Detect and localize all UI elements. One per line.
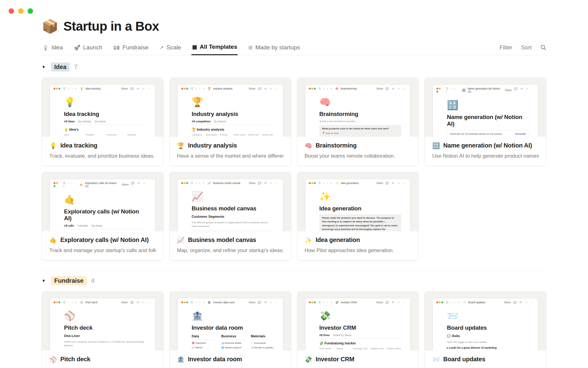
mini-page-content: 📨 Board updates 💬 AsksOpen the toggle to… (433, 305, 538, 349)
card-description: Boost your teams remote collaboration. (305, 153, 411, 159)
preview-page-emoji: 🏆 (192, 98, 274, 107)
mini-window-title: Idea generation (341, 182, 359, 185)
section-collapse-toggle chevron-down-icon[interactable]: ▼ (42, 278, 47, 283)
preview-page-emoji: 🤙 (64, 195, 146, 204)
section-count: 7 (74, 63, 77, 71)
mini-traffic-lights (436, 87, 443, 93)
search-icon (540, 44, 546, 51)
mini-share-label: Share (376, 301, 383, 304)
section-name-badge[interactable]: Fundraise (51, 276, 87, 285)
mini-toolbar-right: Share 💬 ⟳ ☆ ⋯ (121, 301, 152, 304)
card-footer: 💡 Idea tracking Track, evaluate, and pri… (42, 137, 163, 165)
column-item: 🌐 Market research (221, 346, 244, 349)
card-emoji-icon: ✨ (305, 237, 312, 243)
close-button[interactable] (9, 8, 14, 14)
tab-fundraise[interactable]: 💵Fundraise (113, 42, 149, 55)
filter-button[interactable]: Filter (499, 44, 512, 51)
column-title: Business (221, 334, 244, 340)
card-idea-generation[interactable]: ☰ ‹ › + ✨ Idea generation Share 💬 ⟳ ☆ ⋯ … (297, 172, 419, 261)
mini-page-content: 🤙 Exploratory calls (w/ Notion AI) All c… (50, 189, 155, 231)
tab-all-templates[interactable]: ▦All Templates (191, 42, 238, 55)
preview-page-emoji: ⚾ (64, 311, 146, 320)
preview-callout: Please state the problem you want to dis… (319, 214, 401, 231)
card-title-row: 🔠 Name generation (w/ Notion AI) (432, 142, 539, 149)
preview-columns: Data🎯 Objectives📈 MetricsBusiness📊 Busin… (192, 334, 274, 349)
mini-page-icon: 🧠 (335, 87, 338, 90)
card-emoji-icon: 🤙 (49, 237, 57, 243)
mini-page-content: 💡 Idea tracking All ideasBy industryBy s… (50, 91, 155, 137)
mini-notion-window: ☰ ‹ › + ⚾ Pitch deck Share 💬 ⟳ ☆ ⋯ ⚾ Pit… (50, 298, 155, 351)
card-title: Idea tracking (60, 142, 97, 149)
card-investor-crm[interactable]: ☰ ‹ › + 💸 Investor CRM Share 💬 ⟳ ☆ ⋯ 💸 I… (297, 291, 419, 368)
preview-page-emoji: 💸 (319, 311, 401, 320)
card-preview-thumbnail: ☰ ‹ › + 💸 Investor CRM Share 💬 ⟳ ☆ ⋯ 💸 I… (297, 292, 419, 351)
preview-thead: CompanyDescriptionPricingMost common fea… (192, 133, 274, 137)
preview-tabs: All ideasBy industryBy status (64, 120, 146, 125)
column-item: 📈 Metrics (192, 346, 215, 349)
tab-scale[interactable]: ↗Scale (159, 42, 182, 55)
mini-toolbar-right: Share 💬 ⟳ ☆ ⋯ (121, 87, 152, 90)
card-investor-data-room[interactable]: ☰ ‹ › + 🏦 Investor data room Share 💬 ⟳ ☆… (169, 291, 291, 368)
mini-window-toolbar: ☰ ‹ › + 📨 Board updates Share 💬 ⟳ ☆ ⋯ (433, 298, 538, 305)
minimize-button[interactable] (18, 8, 24, 14)
card-preview-thumbnail: ☰ ‹ › + ✨ Idea generation Share 💬 ⟳ ☆ ⋯ … (297, 172, 419, 231)
card-exploratory-calls-w-notion-ai[interactable]: ☰ ‹ › + 🤙 Exploratory calls (w/ Notion A… (42, 172, 164, 261)
mini-window-title: Investor data room (213, 301, 235, 304)
mini-toolbar-left-icons: ☰ ‹ › + (318, 301, 333, 304)
preview-page-emoji: 📨 (447, 311, 529, 320)
preview-table-cell: Partner Name (387, 347, 401, 350)
section-name-badge[interactable]: Idea (51, 63, 70, 71)
preview-page-emoji: 🏦 (192, 311, 274, 320)
mini-toolbar-left-icons: ☰ ‹ › + (446, 301, 461, 304)
section-collapse-toggle chevron-down-icon[interactable]: ▼ (42, 65, 47, 69)
mini-page-icon: 💡 (80, 87, 83, 90)
column-item: 📝 Minutes & updates (251, 346, 274, 349)
card-title-row: 📈 Business model canvas (177, 236, 284, 243)
mini-toolbar-right: Share 💬 ⟳ ☆ ⋯ (376, 182, 407, 185)
rocket-icon: 🚀 (74, 45, 80, 50)
card-preview-thumbnail: ☰ ‹ › + 🏦 Investor data room Share 💬 ⟳ ☆… (170, 292, 291, 351)
preview-page-title: Industry analysis (192, 111, 274, 117)
preview-subhead: 💡 Idea's (64, 128, 146, 132)
search-button[interactable] (540, 44, 546, 51)
preview-view-tab: All firms (319, 334, 330, 337)
card-pitch-deck[interactable]: ☰ ‹ › + ⚾ Pitch deck Share 💬 ⟳ ☆ ⋯ ⚾ Pit… (42, 291, 164, 368)
mini-share-label: Share (505, 89, 512, 92)
preview-thead: Firm nameStatusAverage Check SizeCapital… (319, 347, 401, 351)
card-idea-tracking[interactable]: ☰ ‹ › + 💡 Idea tracking Share 💬 ⟳ ☆ ⋯ 💡 … (42, 78, 164, 166)
mini-toolbar-left-icons: ☰ ‹ › + (63, 182, 77, 188)
card-board-updates[interactable]: ☰ ‹ › + 📨 Board updates Share 💬 ⟳ ☆ ⋯ 📨 … (424, 291, 546, 368)
mini-window-toolbar: ☰ ‹ › + 💡 Idea tracking Share 💬 ⟳ ☆ ⋯ (50, 85, 155, 91)
card-preview-thumbnail: ☰ ‹ › + 📈 Business model canvas Share 💬 … (170, 172, 291, 231)
mini-notion-window: ☰ ‹ › + 💡 Idea tracking Share 💬 ⟳ ☆ ⋯ 💡 … (50, 85, 155, 137)
card-industry-analysis[interactable]: ☰ ‹ › + 🏆 Industry analysis Share 💬 ⟳ ☆ … (169, 78, 291, 166)
card-business-model-canvas[interactable]: ☰ ‹ › + 📈 Business model canvas Share 💬 … (169, 172, 291, 261)
preview-subhead: Customer Segments (192, 215, 274, 218)
preview-view-tab: All calls (64, 224, 74, 227)
mini-toolbar-left-icons: ☰ ‹ › + (191, 301, 205, 304)
mini-traffic-lights (309, 301, 316, 304)
card-name-generation-w-notion-ai[interactable]: ☰ ‹ › + 🔠 Name generation (w/ Notion AI)… (424, 78, 546, 166)
preview-page-title: Exploratory calls (w/ Notion AI) (64, 208, 146, 222)
preview-table-cell: Problem (85, 133, 104, 136)
mini-window-title: Exploratory calls (w/ Notion AI) (85, 182, 119, 188)
preview-page-body: Data🎯 Objectives📈 MetricsBusiness📊 Busin… (192, 334, 274, 349)
card-description: Map, organize, and refine your startup's… (177, 247, 284, 254)
tab-launch[interactable]: 🚀Launch (73, 42, 103, 55)
mini-window-toolbar: ☰ ‹ › + 🔠 Name generation (w/ Notion AI)… (433, 85, 538, 94)
preview-view-tab: All ideas (64, 120, 75, 123)
tab-idea[interactable]: 💡Idea (42, 42, 63, 55)
nav-actions: Filter Sort (499, 44, 546, 55)
card-brainstorming[interactable]: ☰ ‹ › + 🧠 Brainstorming Share 💬 ⟳ ☆ ⋯ 🧠 … (297, 78, 419, 166)
grid-icon: ▦ (192, 44, 197, 50)
sort-button[interactable]: Sort (521, 44, 532, 51)
mini-window-toolbar: ☰ ‹ › + 💸 Investor CRM Share 💬 ⟳ ☆ ⋯ (305, 298, 411, 305)
column-item: 📊 Business details (221, 342, 244, 344)
mini-window-title: Business model canvas (213, 182, 240, 185)
tab-made-by-startups[interactable]: ⊞Made by startups (247, 42, 300, 55)
card-footer: 🧠 Brainstorming Boost your teams remote … (297, 137, 419, 165)
mini-traffic-lights (181, 301, 189, 304)
preview-page-emoji: ✨ (319, 192, 401, 201)
card-preview-thumbnail: ☰ ‹ › + 🤙 Exploratory calls (w/ Notion A… (42, 172, 163, 231)
zoom-button[interactable] (28, 8, 33, 14)
